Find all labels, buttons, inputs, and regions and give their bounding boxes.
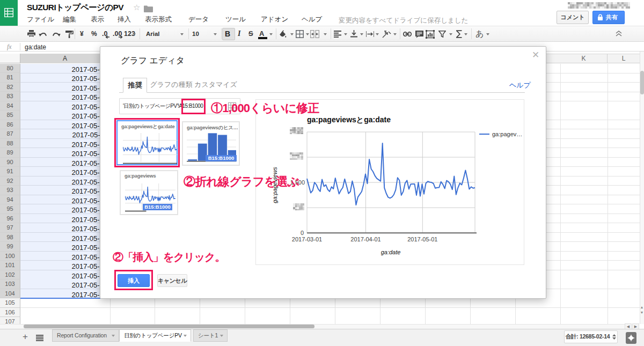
row-header-102[interactable]: 102 [0, 270, 20, 280]
menu-データ[interactable]: データ [188, 15, 209, 25]
column-header-l[interactable]: L [608, 54, 640, 63]
strikethrough-button-part[interactable]: S [248, 26, 253, 41]
text-color-button-part[interactable] [258, 37, 267, 39]
row-header-91[interactable]: 91 [0, 167, 20, 176]
font-size-selector-part[interactable]: 10 [192, 26, 199, 41]
folder-icon-svg[interactable] [144, 5, 153, 12]
help-link[interactable]: ヘルプ [509, 80, 531, 90]
dialog-tab-グラフの種類[interactable]: グラフの種類 [149, 78, 194, 93]
paint-format-icon-svg[interactable] [65, 31, 74, 38]
row-header-103[interactable]: 103 [0, 279, 20, 289]
insert-chart-icon-svg[interactable] [426, 30, 435, 39]
row-header-83[interactable]: 83 [0, 92, 20, 101]
row-header-106[interactable]: 106 [0, 308, 20, 318]
row-header-84[interactable]: 84 [0, 101, 20, 111]
dropdown-caret-icon[interactable] [269, 33, 273, 35]
decrease-decimals-icon[interactable]: .0 [102, 26, 107, 41]
sheet-tab-menu-icon[interactable] [184, 335, 187, 337]
star-icon[interactable]: ☆ [133, 3, 142, 12]
row-header-105[interactable]: 105 [0, 298, 20, 308]
cell-value[interactable]: 2017-05-09 [20, 112, 107, 121]
insert-link-icon-svg[interactable] [403, 32, 412, 36]
dropdown-caret-icon[interactable] [306, 33, 309, 35]
currency-icon[interactable]: ¥ [80, 26, 84, 41]
row-header-99[interactable]: 99 [0, 242, 20, 252]
decrease-decimals-icon-part[interactable]: .0 [102, 26, 107, 41]
share-button[interactable]: 共有 [592, 11, 625, 24]
menu-ツール[interactable]: ツール [225, 15, 246, 25]
row-header-107[interactable]: 107 [0, 317, 20, 324]
sheet-tab-Report Configuration[interactable]: Report Configuration [52, 329, 119, 342]
font-name-selector[interactable]: Arial [146, 26, 160, 41]
formula-bar-value[interactable]: ga:date [25, 43, 46, 51]
cell-value[interactable]: 2017-05-17 [20, 187, 107, 196]
borders-icon-svg[interactable] [296, 30, 304, 38]
dialog-tab-カスタマイズ[interactable]: カスタマイズ [194, 78, 237, 93]
suggestion-line-chart-single[interactable]: ga:pageviews B15:B1000 [120, 170, 178, 215]
input-tools-button-part[interactable]: あ [475, 26, 484, 41]
sheet-tab-シート1[interactable]: シート1 [193, 329, 228, 342]
dropdown-caret-icon[interactable] [464, 33, 467, 35]
dialog-tab-推奨[interactable]: 推奨 [123, 78, 147, 93]
currency-icon-part[interactable]: ¥ [80, 26, 84, 41]
dropdown-caret-icon[interactable] [393, 33, 397, 35]
row-header-89[interactable]: 89 [0, 148, 20, 158]
cell-value[interactable]: 2017-05-19 [20, 205, 107, 215]
row-header-95[interactable]: 95 [0, 204, 20, 214]
horizontal-align-icon-svg[interactable] [334, 31, 341, 38]
menu-表示形式[interactable]: 表示形式 [145, 15, 172, 25]
dropdown-caret-icon[interactable] [324, 33, 327, 35]
row-header-85[interactable]: 85 [0, 111, 20, 120]
cell-value[interactable]: 2017-05-18 [20, 196, 107, 205]
all-sheets-icon[interactable] [36, 334, 45, 341]
cell-value[interactable]: 2017-05-20 [20, 215, 107, 224]
collapse-toolbar-icon-svg[interactable] [615, 30, 623, 37]
font-size-selector[interactable]: 10 [192, 26, 199, 41]
row-header-81[interactable]: 81 [0, 73, 20, 83]
sheet-tab-日別のトップページPV[interactable]: 日別のトップページPV [119, 329, 191, 342]
row-header-82[interactable]: 82 [0, 83, 20, 92]
row-header-92[interactable]: 92 [0, 176, 20, 186]
collapse-toolbar-icon[interactable] [615, 30, 623, 37]
menu-表示[interactable]: 表示 [91, 15, 104, 25]
undo-icon-svg[interactable] [39, 32, 47, 38]
functions-icon-svg[interactable] [456, 30, 462, 38]
cell-value[interactable]: 2017-05-07 [20, 93, 107, 102]
dropdown-caret-icon[interactable] [214, 33, 217, 35]
cell-value[interactable]: 2017-05-27 [20, 281, 107, 290]
menu-挿入[interactable]: 挿入 [118, 15, 131, 25]
cell-value[interactable]: 2017-05-15 [20, 168, 107, 177]
dropdown-caret-icon[interactable] [344, 33, 347, 35]
row-header-100[interactable]: 100 [0, 252, 20, 261]
fill-color-icon-svg[interactable] [279, 30, 287, 38]
text-color-button[interactable]: A [259, 26, 264, 41]
cell-value[interactable]: 2017-05-05 [20, 74, 107, 83]
row-header-96[interactable]: 96 [0, 214, 20, 224]
percent-icon-part[interactable]: % [91, 26, 97, 41]
vertical-scrollbar-thumb[interactable] [640, 71, 644, 94]
cancel-button[interactable]: キャンセル [157, 274, 187, 287]
italic-button[interactable]: I [238, 26, 240, 41]
strikethrough-button[interactable]: S [248, 26, 253, 41]
cell-value[interactable]: 2017-05-04 [20, 65, 107, 74]
menu-ヘルプ[interactable]: ヘルプ [302, 15, 322, 25]
row-header-87[interactable]: 87 [0, 129, 20, 139]
dropdown-caret-icon[interactable] [486, 33, 489, 35]
row-header-90[interactable]: 90 [0, 158, 20, 167]
input-tools-button[interactable]: あ [475, 26, 484, 41]
all-sheets-icon-svg[interactable] [36, 335, 43, 341]
sum-status-chip[interactable]: 合計: 12685-02-14 [564, 330, 618, 343]
row-header-93[interactable]: 93 [0, 186, 20, 195]
increase-decimals-icon[interactable]: .00 [113, 26, 122, 41]
font-name-selector-part[interactable]: Arial [146, 26, 160, 41]
cell-value[interactable]: 2017-05-23 [20, 243, 107, 252]
row-header-86[interactable]: 86 [0, 120, 20, 130]
cell-value[interactable]: 2017-05-10 [20, 121, 107, 130]
dropdown-caret-icon[interactable] [180, 33, 184, 35]
document-title[interactable]: SUZURIトップページのPV [27, 2, 123, 13]
cell-value[interactable]: 2017-05-12 [20, 140, 107, 149]
dropdown-caret-icon[interactable] [290, 33, 294, 35]
column-header-a[interactable]: A [20, 54, 110, 63]
menu-編集[interactable]: 編集 [63, 15, 76, 25]
dialog-close-icon[interactable]: ✕ [531, 51, 540, 60]
